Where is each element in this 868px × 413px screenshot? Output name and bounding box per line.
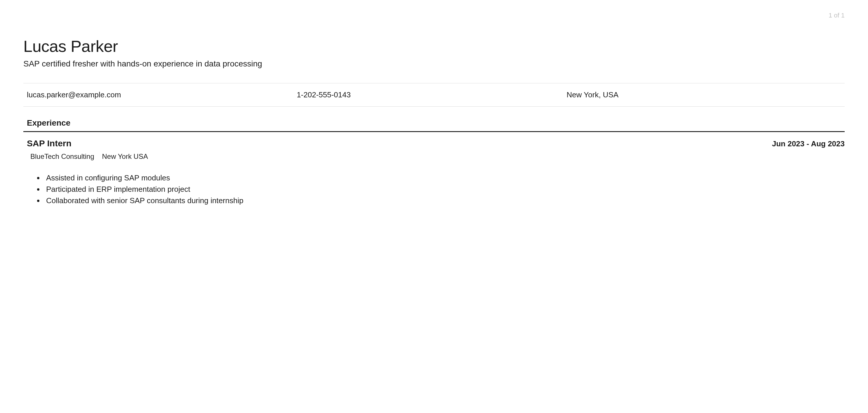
job-location: New York USA <box>102 152 148 160</box>
contact-phone: 1-202-555-0143 <box>297 90 567 99</box>
page-number: 1 of 1 <box>23 12 845 19</box>
job-company: BlueTech Consulting <box>30 152 94 160</box>
job-title: SAP Intern <box>27 138 71 148</box>
resume-subtitle: SAP certified fresher with hands-on expe… <box>23 59 845 68</box>
job-bullet: Assisted in configuring SAP modules <box>44 172 845 184</box>
job-meta: BlueTech Consulting New York USA <box>23 152 845 161</box>
contact-email: lucas.parker@example.com <box>27 90 297 99</box>
contact-row: lucas.parker@example.com 1-202-555-0143 … <box>23 83 845 107</box>
contact-location: New York, USA <box>566 90 845 99</box>
section-heading-experience: Experience <box>23 118 845 132</box>
job-bullets: Assisted in configuring SAP modules Part… <box>23 172 845 206</box>
job-bullet: Participated in ERP implementation proje… <box>44 184 845 195</box>
resume-name: Lucas Parker <box>23 37 845 56</box>
job-bullet: Collaborated with senior SAP consultants… <box>44 195 845 206</box>
job-dates: Jun 2023 - Aug 2023 <box>772 139 845 148</box>
job-header: SAP Intern Jun 2023 - Aug 2023 <box>23 138 845 148</box>
